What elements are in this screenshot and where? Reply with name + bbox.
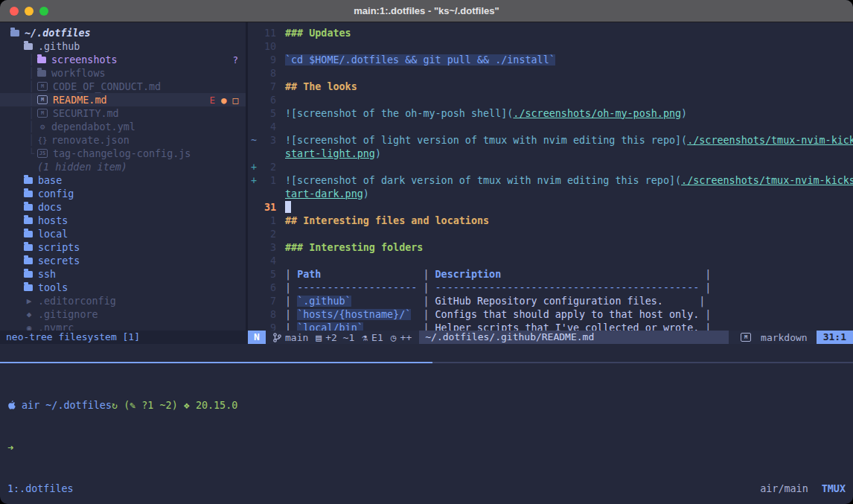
editor-line[interactable]: 7| `.github` | GitHub Repository configu… (248, 294, 853, 307)
tree-item[interactable]: ▶.editorconfig (0, 294, 246, 307)
minimize-button[interactable] (25, 7, 33, 16)
braces-icon: {} (37, 135, 48, 145)
fullscreen-button[interactable] (39, 7, 48, 16)
editor-line[interactable]: 5| Path | Description | (248, 267, 853, 281)
text-span: | (693, 296, 705, 307)
editor-line[interactable]: 6 (248, 93, 853, 106)
tree-item[interactable]: │workflows (0, 66, 246, 80)
neo-tree-panel[interactable]: ~/.dotfiles.github│screenshots?│workflow… (0, 22, 248, 331)
text-span: start-light.png (285, 148, 375, 159)
tree-item[interactable]: └JStag-changelog-config.js (0, 147, 246, 160)
hexagon-icon: ◉ (24, 323, 34, 331)
flag-icon: ▶ (24, 296, 34, 306)
line-number: 1 (260, 175, 276, 186)
gutter-sign: + (248, 175, 260, 186)
folder-icon (24, 284, 33, 291)
tree-item[interactable]: │MCODE_OF_CONDUCT.md (0, 80, 246, 93)
tree-item[interactable]: ~/.dotfiles (0, 26, 246, 39)
editor-line[interactable]: 1## Interesting files and locations (248, 214, 853, 227)
editor-line[interactable]: 6| -------------------- | --------------… (248, 281, 853, 294)
tree-item[interactable]: │MREADME.mdE●□ (0, 93, 246, 106)
tree-item[interactable]: config (0, 187, 246, 200)
editor-line[interactable]: +2 (248, 160, 853, 173)
line-text: `cd $HOME/.dotfiles && git pull && ./ins… (276, 54, 555, 66)
editor-line[interactable]: start-light.png) (248, 147, 853, 160)
line-number: 31 (260, 202, 276, 213)
text-span: | (699, 269, 711, 280)
close-button[interactable] (10, 7, 19, 16)
neo-tree-statusline: neo-tree filesystem [1] (0, 331, 248, 344)
editor-line[interactable]: 31 (248, 200, 853, 214)
editor-line[interactable]: 7## The looks (248, 80, 853, 93)
editor-line[interactable]: +1![screenshot of dark version of tmux w… (248, 173, 853, 187)
tree-item[interactable]: tools (0, 281, 246, 294)
tree-item[interactable]: (1 hidden item) (0, 160, 246, 173)
text-span: Path (297, 269, 321, 280)
gutter-sign (248, 255, 260, 267)
editor-line[interactable]: 8 (248, 66, 853, 80)
node-version: 20.15.0 (196, 400, 237, 411)
tree-item[interactable]: ◆.gitignore (0, 307, 246, 321)
window-controls (10, 7, 48, 16)
tree-item[interactable]: │⚙dependabot.yml (0, 120, 246, 133)
tree-guide: │ (28, 81, 37, 92)
gutter-sign (248, 108, 260, 119)
tmux-status-bar: 1:.dotfiles air/main TMUX (0, 483, 853, 495)
line-number: 9 (260, 322, 276, 331)
line-text: ![screenshot of dark version of tmux wit… (276, 175, 853, 186)
filetype-segment: M markdown (741, 332, 808, 343)
editor-line[interactable]: 10 (248, 39, 853, 53)
tree-item[interactable]: secrets (0, 254, 246, 267)
tree-guide (28, 162, 37, 173)
editor-line[interactable]: ~3![screenshot of light version of tmux … (248, 133, 853, 147)
tree-item[interactable]: ◉.nvmrc (0, 321, 246, 331)
git-diff-counts: +2 ~1 (325, 332, 354, 343)
tree-item[interactable]: .github (0, 39, 246, 53)
tree-item[interactable]: base (0, 173, 246, 187)
file-path: ~/.dotfiles/.github/README.md (419, 331, 729, 344)
text-span: Helper scripts that I've collected or wr… (435, 322, 700, 331)
shell-pane[interactable]: air ~/.dotfiles↻ (✎ ?1 ~2) ❖ 20.15.0 ➜ (0, 363, 853, 483)
editor-line[interactable]: 8| `hosts/{hostname}/` | Configs that sh… (248, 307, 853, 321)
status-badge: E (209, 95, 215, 106)
buffer-icon: ▤ (316, 332, 322, 343)
tree-item-label: config (38, 188, 74, 200)
editor-line[interactable]: 5![screenshot of the oh-my-posh shell](.… (248, 106, 853, 120)
tree-item[interactable]: │{}renovate.json (0, 133, 246, 147)
text-span: | (417, 296, 435, 307)
tree-guide: └ (28, 148, 37, 159)
folder-icon (37, 57, 46, 63)
editor-line[interactable]: tart-dark.png) (248, 187, 853, 200)
tmux-window-tab[interactable]: 1:.dotfiles (7, 483, 74, 494)
tmux-session-name: air/main (760, 483, 808, 494)
tree-item[interactable]: scripts (0, 240, 246, 254)
line-number: 2 (260, 229, 276, 240)
line-number: 8 (260, 309, 276, 320)
text-span: Configs that should apply to that host o… (435, 309, 700, 320)
tree-item[interactable]: │MSECURITY.md (0, 106, 246, 120)
tree-item-label: local (38, 229, 68, 240)
titlebar: main:1:.dotfiles - "ks~/.dotfiles" (0, 0, 853, 22)
editor-line[interactable]: 11### Updates (248, 26, 853, 39)
tree-item[interactable]: ssh (0, 267, 246, 281)
editor-line[interactable]: 9`cd $HOME/.dotfiles && git pull && ./in… (248, 53, 853, 66)
editor-panel[interactable]: 11### Updates 10 9`cd $HOME/.dotfiles &&… (248, 22, 853, 331)
tree-item[interactable]: hosts (0, 214, 246, 227)
line-text: tart-dark.png) (276, 188, 369, 200)
line-number: 6 (260, 95, 276, 106)
tree-item[interactable]: local (0, 227, 246, 240)
tree-guide: │ (28, 95, 37, 106)
tree-item[interactable]: docs (0, 200, 246, 214)
gutter-sign (248, 242, 260, 253)
tree-item-label: base (38, 175, 62, 186)
editor-line[interactable]: 9| `local/bin` | Helper scripts that I'v… (248, 321, 853, 331)
editor-line[interactable]: 4 (248, 120, 853, 133)
folder-icon (24, 191, 33, 197)
editor-line[interactable]: 2 (248, 227, 853, 240)
editor-line[interactable]: 3### Interesting folders (248, 240, 853, 254)
text-span: ./screenshots/oh-my-posh.png (513, 108, 681, 119)
tmux-pane-border[interactable] (0, 362, 853, 363)
tree-item[interactable]: │screenshots? (0, 53, 246, 66)
tree-item-label: .gitignore (38, 309, 98, 320)
editor-line[interactable]: 4 (248, 254, 853, 267)
